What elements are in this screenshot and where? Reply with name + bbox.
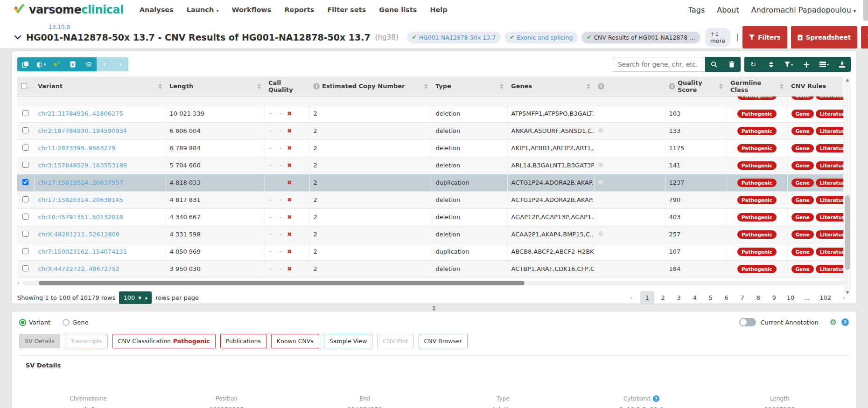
analysis-actions-button[interactable]: Analysis actions ▾ bbox=[861, 26, 868, 48]
cnv-rule-badge[interactable]: Literature bbox=[816, 265, 843, 273]
sort-arrows-icon[interactable] bbox=[424, 83, 428, 89]
column-header[interactable]: i Variant bbox=[34, 76, 166, 96]
cnv-rule-badge[interactable]: Gene bbox=[791, 110, 814, 118]
page-button[interactable]: 2 bbox=[656, 291, 670, 305]
table-row[interactable]: chr10:45791351..50132018 4 340 667 – –✖ … bbox=[17, 208, 843, 226]
germline-class-badge[interactable]: Pathogenic bbox=[737, 127, 777, 135]
export-excel-icon[interactable]: x bbox=[65, 57, 81, 71]
germline-class-badge[interactable]: Pathogenic bbox=[737, 144, 777, 152]
row-checkbox[interactable] bbox=[22, 179, 28, 185]
page-button[interactable]: 4 bbox=[688, 291, 702, 305]
detail-tab[interactable]: Publications bbox=[220, 334, 266, 348]
column-header[interactable]: i Genes bbox=[507, 76, 594, 96]
clear-search-trash-icon[interactable] bbox=[723, 57, 741, 72]
row-checkbox[interactable] bbox=[22, 248, 28, 254]
column-header[interactable]: i Quality Score bbox=[665, 76, 727, 96]
germline-class-badge[interactable]: Pathogenic bbox=[737, 230, 777, 239]
horizontal-scrollbar-track[interactable] bbox=[22, 281, 846, 285]
panel-resize-handle[interactable]: ↕ bbox=[0, 304, 868, 311]
filters-button[interactable]: Filters bbox=[742, 26, 787, 48]
sort-arrows-icon[interactable] bbox=[719, 83, 723, 89]
cnv-rule-badge[interactable]: Literature bbox=[816, 179, 843, 187]
navbar-right-item[interactable]: Andromachi Papadopoulou ▾ bbox=[751, 6, 856, 14]
filter-menu-icon[interactable]: ▾ bbox=[780, 57, 798, 72]
info-icon[interactable]: i bbox=[313, 83, 320, 90]
table-row[interactable]: chr2:187784930..194590934 6 806 004 – –✖… bbox=[17, 122, 843, 139]
column-header[interactable]: i Call Quality bbox=[265, 76, 309, 96]
page-button[interactable]: 6 bbox=[720, 291, 734, 305]
help-icon[interactable]: ? bbox=[841, 318, 849, 326]
menu-item[interactable]: Help ▾ bbox=[430, 6, 447, 14]
page-button[interactable]: 8 bbox=[751, 291, 765, 305]
variant-link[interactable]: chrX:44722722..48672752 bbox=[38, 265, 120, 272]
germline-class-badge[interactable]: Pathogenic bbox=[737, 161, 777, 170]
column-header[interactable]: i Type bbox=[432, 76, 507, 96]
add-filter-plus-icon[interactable]: + bbox=[798, 57, 815, 72]
window-scrollbar[interactable] bbox=[863, 0, 868, 21]
current-annotation-toggle[interactable] bbox=[739, 318, 756, 326]
page-button[interactable]: 5 bbox=[704, 291, 718, 305]
germline-class-badge[interactable]: Pathogenic bbox=[737, 179, 777, 187]
download-icon[interactable] bbox=[833, 57, 851, 72]
sort-arrows-icon[interactable] bbox=[158, 83, 162, 89]
mode-radio-option[interactable]: Variant bbox=[19, 319, 50, 326]
app-logo[interactable]: varsomeclinical 13.10.0 bbox=[12, 3, 124, 16]
cnv-rule-badge[interactable]: Gene bbox=[791, 265, 814, 273]
column-header[interactable]: i Length bbox=[166, 76, 265, 96]
germline-class-badge[interactable]: Pathogenic bbox=[737, 196, 777, 204]
page-button[interactable]: 10 bbox=[783, 291, 798, 305]
row-checkbox[interactable] bbox=[22, 265, 28, 271]
germline-class-badge[interactable]: Pathogenic bbox=[737, 97, 777, 100]
cnv-rule-badge[interactable]: Gene bbox=[791, 213, 814, 221]
copy-visible-icon[interactable] bbox=[17, 57, 33, 71]
cnv-rules-badges[interactable]: GeneLiteratureOve bbox=[791, 231, 844, 238]
variant-link[interactable]: chr10:45791351..50132018 bbox=[38, 214, 123, 221]
cnv-rule-badge[interactable]: Literature bbox=[816, 144, 843, 152]
variant-link[interactable]: chr2:187784930..194590934 bbox=[38, 127, 127, 134]
gear-icon[interactable]: ⚙ bbox=[830, 318, 837, 327]
cnv-rules-badges[interactable]: GeneLiteratureOve bbox=[791, 127, 844, 134]
cnv-rule-badge[interactable]: Literature bbox=[816, 230, 843, 239]
page-button[interactable]: ‹ bbox=[624, 291, 638, 305]
row-checkbox[interactable] bbox=[22, 214, 28, 220]
cnv-rule-badge[interactable]: Gene bbox=[791, 179, 814, 187]
cnv-rule-badge[interactable]: Literature bbox=[816, 248, 843, 256]
menu-item[interactable]: Gene lists ▾ bbox=[379, 6, 417, 14]
table-row[interactable]: chr17:15820314..20638145 4 817 831 – –✖ … bbox=[17, 191, 843, 208]
navbar-right-item[interactable]: Tags ▾ bbox=[688, 6, 705, 14]
cnv-rule-badge[interactable]: Gene bbox=[791, 248, 814, 256]
detail-tab[interactable]: Sample View bbox=[324, 334, 373, 348]
variant-link[interactable]: chr17:15819924..20637957 bbox=[38, 179, 123, 186]
table-row[interactable]: chrX:44722722..48672752 3 950 030 – –✖ 2… bbox=[17, 260, 843, 277]
next-column-chevron[interactable]: › bbox=[112, 57, 128, 71]
menu-item[interactable]: Reports ▾ bbox=[284, 6, 314, 14]
analysis-badge[interactable]: ✔CNV Results of HG001-NA12878-... bbox=[581, 32, 700, 43]
cnv-rules-badges[interactable]: GeneLiteratureOve bbox=[791, 265, 844, 272]
sort-toggle-icon[interactable] bbox=[762, 57, 780, 72]
sort-arrows-icon[interactable] bbox=[587, 83, 590, 89]
refresh-icon[interactable]: ↻ bbox=[744, 57, 762, 72]
info-icon[interactable]: i bbox=[669, 83, 675, 90]
radio-icon[interactable] bbox=[19, 319, 26, 326]
column-header[interactable]: i Estimated Copy Number bbox=[309, 76, 432, 96]
table-row[interactable]: chr11:2873395..9663279 6 789 884 – –✖ 2 … bbox=[17, 139, 843, 157]
row-checkbox[interactable] bbox=[22, 196, 28, 202]
row-checkbox[interactable] bbox=[22, 110, 28, 116]
menu-item[interactable]: Analyses ▾ bbox=[140, 6, 174, 14]
table-row[interactable]: chr3:157848529..163553189 5 704 660 – –✖… bbox=[17, 157, 843, 174]
sort-arrows-icon[interactable] bbox=[257, 83, 261, 89]
germline-class-badge[interactable]: Pathogenic bbox=[737, 110, 777, 118]
cnv-rules-badges[interactable]: GeneLiteratureOve bbox=[791, 214, 844, 221]
info-icon[interactable]: i bbox=[598, 83, 604, 90]
column-header[interactable]: i bbox=[594, 76, 665, 96]
column-header[interactable]: i Germline Class bbox=[727, 76, 787, 96]
table-row[interactable]: – –✖ Pathogenic GeneLiteratureOve bbox=[17, 96, 843, 105]
page-button[interactable]: 7 bbox=[735, 291, 749, 305]
more-badges-pill[interactable]: +1 more bbox=[705, 28, 730, 47]
cnv-rules-badges[interactable]: GeneLiteratureOve bbox=[791, 97, 844, 104]
vertical-scrollbar[interactable]: ▲ ▼ bbox=[844, 76, 851, 296]
table-row[interactable]: chr7:150023162..154074131 4 050 969 – –✖… bbox=[17, 243, 843, 260]
cnv-rule-badge[interactable]: Gene bbox=[791, 127, 814, 135]
sort-arrows-icon[interactable] bbox=[780, 83, 784, 89]
analysis-badge[interactable]: ✔Exonic and splicing bbox=[504, 32, 578, 43]
